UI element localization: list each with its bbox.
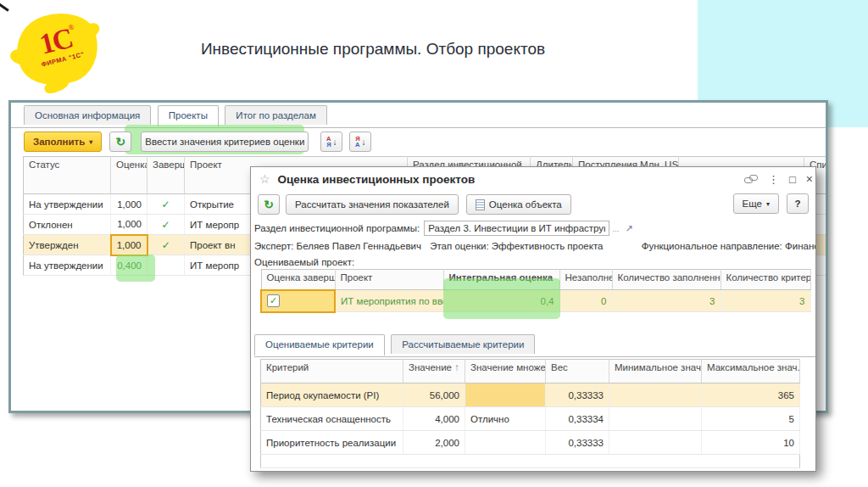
col-header-criterion[interactable]: Критерий [261, 360, 403, 383]
done-check-icon: ✓ [147, 194, 185, 215]
stage-value: Эффективность проекта [492, 241, 604, 251]
more-button[interactable]: Еще ▾ [733, 193, 779, 214]
refresh-button[interactable]: ↻ [258, 194, 280, 215]
company-logo: 1С® ФИРМА "1С" [10, 5, 110, 100]
score-cell-selected[interactable]: 1,000 [111, 235, 147, 255]
section-input[interactable] [424, 221, 609, 236]
evaluation-toolbar: ↻ Рассчитать значения показателей Оценка… [258, 193, 571, 216]
filled-cell: 3 [612, 290, 721, 312]
evaluated-project-label: Оцениваемый проект: [254, 257, 354, 267]
table-row[interactable]: Приоритетность реализации 2,000 0,33333 … [261, 431, 800, 455]
enter-criteria-values-button[interactable]: Ввести значения критериев оценки [141, 132, 309, 152]
close-icon[interactable]: × [806, 172, 813, 186]
refresh-icon: ↻ [264, 198, 274, 211]
window-title: Оценка инвестиционных проектов [278, 173, 476, 186]
max-cell: 5 [702, 407, 800, 431]
choose-button[interactable]: ... [612, 224, 619, 233]
max-cell: 365 [702, 383, 800, 407]
status-cell: На утверждении [24, 255, 111, 276]
col-header-unfilled[interactable]: Незаполнено [559, 270, 612, 290]
score-cell: 1,000 [111, 215, 147, 235]
weight-cell: 0,33333 [546, 431, 609, 455]
col-header-weight[interactable]: Вес [546, 360, 609, 383]
criteria-table: Критерий Значение ↑ Значение множе... Ве… [260, 359, 800, 468]
col-header-max[interactable]: Максимальное знач... [702, 360, 800, 383]
open-icon[interactable]: ↗ [626, 223, 633, 234]
min-cell [609, 383, 702, 407]
col-header-done[interactable]: Заверш. [147, 157, 185, 194]
col-header-min[interactable]: Минимальное знач... [609, 360, 702, 383]
window-titlebar: ☆ Оценка инвестиционных проектов [259, 172, 475, 186]
done-check-icon: ✓ [147, 235, 185, 255]
logo-reg-mark: ® [68, 23, 75, 31]
stage-label: Этап оценки: [430, 241, 488, 251]
sort-letter: Я [326, 142, 331, 148]
col-header-project[interactable]: Проект [335, 270, 443, 290]
more-label: Еще [743, 199, 762, 209]
table-row-selected[interactable]: Период окупаемости (PI) 56,000 0,33333 3… [261, 383, 800, 407]
sort-letter: А [355, 142, 359, 148]
value-cell: 4,000 [403, 407, 465, 431]
checkbox[interactable]: ✓ [267, 294, 280, 307]
func-label: Функциональное направление: [642, 241, 782, 251]
dropdown-arrow-icon: ▾ [89, 138, 92, 146]
done-check-icon: ✓ [147, 215, 185, 235]
section-field-row: Раздел инвестиционной программы: ... ↗ [254, 221, 633, 236]
multiplier-cell: Отлично [465, 407, 546, 431]
table-row[interactable]: Техническая оснащенность 4,000 Отлично 0… [261, 407, 800, 431]
calculate-indicators-label: Рассчитать значения показателей [295, 199, 449, 210]
col-header-value[interactable]: Значение ↑ [403, 360, 465, 383]
sort-down-icon: ↓ [333, 137, 337, 147]
min-cell [609, 431, 702, 455]
multiplier-cell-selected[interactable] [465, 383, 546, 407]
sort-asc-button[interactable]: А Я ↓ [320, 132, 342, 152]
highlight-annotation [116, 255, 155, 282]
col-header-multiplier[interactable]: Значение множе... [465, 360, 546, 383]
tab-section-totals[interactable]: Итог по разделам [225, 105, 326, 125]
object-evaluation-label: Оценка объекта [489, 199, 562, 210]
eval-done-cell[interactable]: ✓ [261, 290, 335, 312]
score-cell: 1,000 [111, 194, 147, 215]
refresh-button[interactable]: ↻ [109, 132, 131, 152]
value-cell: 56,000 [403, 383, 465, 407]
enter-criteria-values-label: Ввести значения критериев оценки [145, 137, 304, 147]
calculate-indicators-button[interactable]: Рассчитать значения показателей [286, 194, 459, 215]
sort-desc-button[interactable]: Я А ↓ [349, 132, 371, 152]
fill-button-label: Заполнить [33, 137, 85, 147]
info-row: Эксперт: Беляев Павел Геннадьевич Этап о… [254, 241, 816, 251]
sort-desc-icon: Я А [355, 136, 359, 148]
sort-down-icon: ↓ [362, 137, 366, 147]
corner-mark [0, 1, 9, 12]
col-header-status[interactable]: Статус [24, 157, 111, 194]
tab-calculated-criteria[interactable]: Рассчитываемые критерии [391, 334, 535, 354]
tab-evaluated-criteria[interactable]: Оцениваемые критерии [254, 334, 385, 355]
status-cell: Утвержден [24, 235, 111, 255]
maximize-icon[interactable]: □ [789, 173, 796, 186]
col-header-eval-done[interactable]: Оценка завершена [261, 270, 335, 290]
max-cell: 10 [702, 431, 800, 455]
col-header-filled[interactable]: Количество заполненных [612, 270, 721, 290]
min-cell [609, 407, 702, 431]
kebab-menu-icon[interactable]: ⋮ [768, 173, 779, 186]
tab-projects[interactable]: Проекты [158, 105, 219, 126]
get-link-icon[interactable] [744, 174, 758, 184]
criterion-cell: Техническая оснащенность [261, 407, 403, 431]
object-evaluation-button[interactable]: Оценка объекта [466, 194, 571, 215]
col-header-criteria-count[interactable]: Количество критериев [721, 270, 810, 290]
favorite-star-icon[interactable]: ☆ [259, 172, 270, 186]
criterion-cell: Приоритетность реализации [261, 431, 403, 455]
report-icon [476, 199, 485, 210]
criteria-tabbar: Оцениваемые критерии Рассчитываемые крит… [254, 334, 815, 357]
sort-asc-col-icon: ↑ [454, 362, 459, 372]
dropdown-arrow-icon: ▾ [766, 200, 770, 208]
evaluation-window: ☆ Оценка инвестиционных проектов ⋮ □ × ↻… [250, 166, 816, 472]
fill-button[interactable]: Заполнить ▾ [24, 132, 102, 152]
status-cell: Отклонен [24, 215, 111, 235]
col-header-score[interactable]: Оценка [111, 157, 147, 194]
tab-main-info[interactable]: Основная информация [24, 105, 151, 125]
help-button[interactable]: ? [787, 193, 809, 214]
highlight-annotation [443, 278, 560, 319]
tabbar-rule [254, 356, 815, 357]
func-value: Финансы [785, 241, 816, 251]
window-controls: ⋮ □ × [744, 172, 807, 186]
